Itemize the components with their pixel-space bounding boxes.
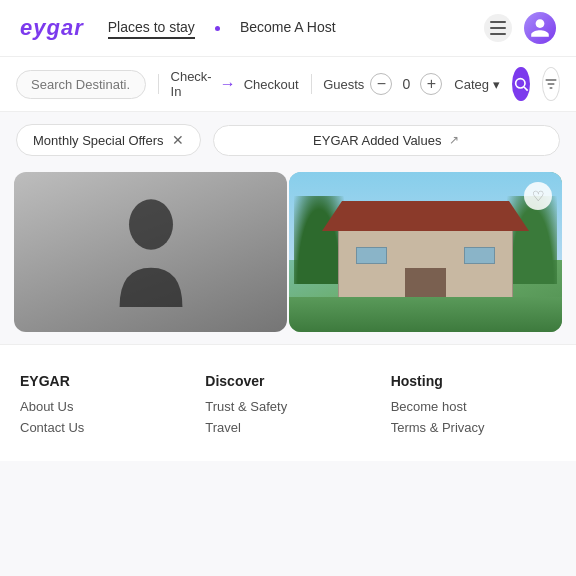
heart-icon: ♡ [532,188,545,204]
footer: EYGAR About Us Contact Us Discover Trust… [0,344,576,461]
user-avatar[interactable] [524,12,556,44]
footer-grid: EYGAR About Us Contact Us Discover Trust… [20,373,556,441]
nav-dot-separator [215,26,220,31]
search-divider-2 [311,74,312,94]
person-silhouette-icon [111,197,191,307]
house-window-right [464,247,495,265]
card-person-image [14,172,287,332]
increment-guests-button[interactable]: + [420,73,442,95]
nav-places-to-stay[interactable]: Places to stay [108,19,195,37]
logo: eygar [20,15,84,41]
search-divider-1 [158,74,159,94]
wishlist-button[interactable]: ♡ [524,182,552,210]
search-icon [513,76,529,92]
chevron-down-icon: ▾ [493,77,500,92]
card-person[interactable] [14,172,287,332]
search-input[interactable] [16,70,146,99]
filters-row: Monthly Special Offers ✕ EYGAR Added Val… [0,112,576,168]
guest-count: 0 [398,76,414,92]
footer-col-discover: Discover Trust & Safety Travel [205,373,370,441]
main-nav: Places to stay Become A Host [108,19,460,37]
footer-link-about[interactable]: About Us [20,399,185,414]
footer-link-trust[interactable]: Trust & Safety [205,399,370,414]
house-body [338,228,513,300]
hamburger-line-3 [490,33,506,35]
footer-link-terms-privacy[interactable]: Terms & Privacy [391,420,556,435]
house-door [405,268,446,300]
card-house[interactable]: ♡ [289,172,562,332]
hamburger-line-2 [490,27,506,29]
footer-col-hosting: Hosting Become host Terms & Privacy [391,373,556,441]
hamburger-menu-button[interactable] [484,14,512,42]
checkin-section: Check-In → Checkout [171,69,299,99]
card-house-image [289,172,562,332]
external-link-icon: ↗ [449,133,459,147]
search-bar: Check-In → Checkout Guests − 0 + Categ ▾ [0,57,576,112]
svg-point-0 [515,79,524,88]
category-label: Categ [454,77,489,92]
eygar-values-label: EYGAR Added Values [313,133,441,148]
filter-icon [543,76,559,92]
guests-label: Guests [323,77,364,92]
checkout-label: Checkout [244,77,299,92]
remove-monthly-offers-icon[interactable]: ✕ [172,132,184,148]
footer-col-hosting-title: Hosting [391,373,556,389]
decrement-guests-button[interactable]: − [370,73,392,95]
footer-col-eygar: EYGAR About Us Contact Us [20,373,185,441]
avatar-icon [529,17,551,39]
house-roof [322,201,529,231]
checkin-label: Check-In [171,69,212,99]
category-dropdown[interactable]: Categ ▾ [454,77,500,92]
footer-col-eygar-title: EYGAR [20,373,185,389]
footer-link-contact[interactable]: Contact Us [20,420,185,435]
guests-section: Guests − 0 + [323,73,442,95]
filter-button[interactable] [542,67,560,101]
nav-become-a-host[interactable]: Become A Host [240,19,336,37]
header-right [484,12,556,44]
cards-grid: ♡ [0,168,576,336]
arrow-right-icon: → [220,75,236,93]
footer-col-discover-title: Discover [205,373,370,389]
search-button[interactable] [512,67,530,101]
house-window-left [356,247,387,265]
eygar-values-chip[interactable]: EYGAR Added Values ↗ [213,125,560,156]
footer-link-travel[interactable]: Travel [205,420,370,435]
hamburger-line-1 [490,21,506,23]
header: eygar Places to stay Become A Host [0,0,576,57]
svg-line-1 [524,87,528,91]
house-lawn [289,297,562,332]
footer-link-become-host[interactable]: Become host [391,399,556,414]
monthly-offers-label: Monthly Special Offers [33,133,164,148]
svg-point-5 [129,199,173,249]
monthly-offers-chip[interactable]: Monthly Special Offers ✕ [16,124,201,156]
